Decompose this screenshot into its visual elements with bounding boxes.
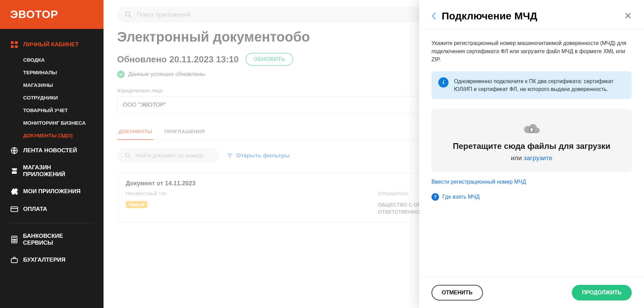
divider [10,223,94,223]
sidebar-group-payment[interactable]: ОПЛАТА [0,200,104,218]
sidebar-group-label: ЛЕНТА НОВОСТЕЙ [23,147,77,154]
svg-rect-3 [15,45,18,48]
sidebar-group-label: МОИ ПРИЛОЖЕНИЯ [23,188,80,195]
grid-icon [10,41,18,49]
help-icon: ? [431,193,439,201]
info-icon: i [438,77,449,88]
upload-link[interactable]: загрузите [524,154,552,161]
svg-rect-15 [11,259,17,263]
sidebar-group-appstore[interactable]: МАГАЗИН ПРИЛОЖЕНИЙ [0,159,104,183]
svg-point-11 [15,239,16,240]
drawer-header: Подключение МЧД ✕ [419,0,644,30]
drawer-footer: ОТМЕНИТЬ ПРОДОЛЖИТЬ [419,277,644,308]
sidebar-group-label: МАГАЗИН ПРИЛОЖЕНИЙ [23,164,93,178]
svg-point-12 [13,241,13,242]
svg-point-9 [13,239,13,240]
back-button[interactable] [431,12,436,20]
svg-point-13 [14,241,15,242]
help-row[interactable]: ? Где взять МЧД [431,193,632,201]
svg-rect-1 [15,41,18,44]
info-box: i Одновременно подключите к ПК два серти… [431,71,632,99]
sidebar-group-news[interactable]: ЛЕНТА НОВОСТЕЙ [0,142,104,159]
sidebar-nav: ЛИЧНЫЙ КАБИНЕТ СВОДКА ТЕРМИНАЛЫ МАГАЗИНЫ… [0,29,104,308]
drawer-description: Укажите регистрационный номер машиночита… [431,39,632,64]
cloud-upload-icon [438,122,625,136]
dropzone-title: Перетащите сюда файлы для загрузки [438,141,625,151]
sidebar-group-label: ОПЛАТА [23,206,47,213]
cancel-button[interactable]: ОТМЕНИТЬ [431,285,483,301]
svg-rect-5 [11,207,18,212]
continue-button[interactable]: ПРОДОЛЖИТЬ [572,285,632,301]
svg-rect-2 [11,45,14,48]
enter-reg-number-link[interactable]: Ввести регистрационный номер МЧД [431,179,526,185]
globe-icon [10,147,18,155]
sidebar-group-personal-cabinet[interactable]: ЛИЧНЫЙ КАБИНЕТ [0,36,104,53]
sidebar-group-label: БАНКОВСКИЕ СЕРВИСЫ [23,233,93,246]
sidebar-group-label: БУХГАЛТЕРИЯ [23,257,65,263]
sidebar-group-myapps[interactable]: МОИ ПРИЛОЖЕНИЯ [0,183,104,200]
store-icon [10,167,18,175]
svg-point-10 [14,239,15,240]
sidebar: ЭВОТОР ЛИЧНЫЙ КАБИНЕТ СВОДКА ТЕРМИНАЛЫ М… [0,0,104,308]
sidebar-group-label: ЛИЧНЫЙ КАБИНЕТ [23,41,79,48]
sidebar-item-inventory[interactable]: ТОВАРНЫЙ УЧЕТ [0,104,104,117]
close-button[interactable]: ✕ [624,11,632,21]
sidebar-item-employees[interactable]: СОТРУДНИКИ [0,91,104,104]
info-text: Одновременно подключите к ПК два сертифи… [454,77,625,93]
svg-point-14 [15,241,16,242]
file-dropzone[interactable]: Перетащите сюда файлы для загрузки или з… [431,109,632,172]
sidebar-group-bank[interactable]: БАНКОВСКИЕ СЕРВИСЫ [0,228,104,251]
dropzone-sub: или загрузите [438,154,625,162]
svg-rect-0 [11,41,14,44]
sidebar-item-stores[interactable]: МАГАЗИНЫ [0,79,104,91]
calculator-icon [10,235,18,244]
mchd-drawer: Подключение МЧД ✕ Укажите регистрационны… [419,0,644,308]
help-link[interactable]: Где взять МЧД [442,194,480,200]
sidebar-item-summary[interactable]: СВОДКА [0,53,104,66]
drawer-body: Укажите регистрационный номер машиночита… [419,30,644,277]
briefcase-icon [10,256,18,264]
sidebar-item-monitoring[interactable]: МОНИТОРИНГ БИЗНЕСА [0,117,104,129]
brand-logo: ЭВОТОР [0,0,104,29]
puzzle-icon [10,187,18,196]
drawer-title: Подключение МЧД [442,10,618,22]
sidebar-item-edo[interactable]: ДОКУМЕНТЫ (ЭДО) [0,129,104,142]
card-icon [10,205,18,213]
sidebar-group-accounting[interactable]: БУХГАЛТЕРИЯ [0,251,104,269]
sidebar-item-terminals[interactable]: ТЕРМИНАЛЫ [0,66,104,79]
